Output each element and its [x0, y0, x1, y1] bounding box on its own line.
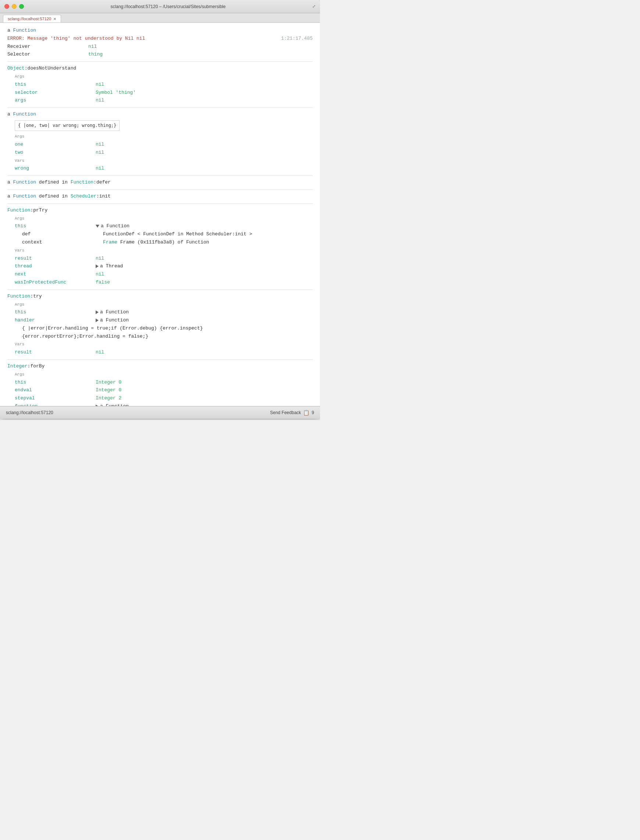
intro-a: a: [7, 27, 13, 33]
section6-args-label: Args: [7, 301, 313, 309]
arg-this-7: this: [15, 379, 96, 387]
section2-a: a: [7, 112, 13, 117]
intro-function: Function: [13, 27, 36, 33]
divider-4: [7, 189, 313, 190]
arg-endval: endval: [15, 387, 96, 394]
var-next: next: [15, 271, 96, 278]
section7-arg-function: function a Function: [7, 403, 313, 406]
close-button[interactable]: [5, 4, 9, 9]
section6-handler-value: a Function: [96, 317, 313, 324]
arg-selector-value: Symbol 'thing': [96, 89, 313, 97]
section2-header: a Function: [7, 111, 313, 118]
section6-code2: {error.reportError};Error.handling = fal…: [7, 333, 313, 341]
section5-var-wasinprotected: wasInProtectedFunc false: [7, 279, 313, 286]
triangle-right-thread: [96, 264, 99, 268]
section2-code: { |one, two| var wrong; wrong.thing;}: [7, 119, 313, 133]
section5-args-label: Args: [7, 215, 313, 222]
var-result-5: result: [15, 255, 96, 262]
expand-icon[interactable]: ⤢: [312, 4, 315, 9]
section4: a Function defined in Scheduler:init: [7, 193, 313, 200]
section2-arg-one: one nil: [7, 141, 313, 149]
section5-context-label: context: [22, 239, 103, 246]
section1-header: Object:doesNotUnderstand: [7, 65, 313, 72]
divider-7: [7, 359, 313, 360]
arg-one-value: nil: [96, 141, 313, 149]
divider-5: [7, 203, 313, 204]
arg-endval-value: Integer 0: [96, 387, 313, 394]
section4-a: a: [7, 194, 13, 199]
receiver-row: Receiver nil: [7, 43, 313, 51]
section6-method: :try: [30, 293, 42, 299]
feedback-count: 9: [312, 410, 314, 415]
vars-label-6: Vars: [15, 342, 24, 346]
section2-var-wrong: wrong nil: [7, 165, 313, 173]
divider-6: [7, 290, 313, 290]
section4-method: :init: [96, 194, 111, 199]
var-wrong-value: nil: [96, 165, 313, 173]
section3-class: Function: [70, 179, 93, 185]
section5-var-next: next nil: [7, 271, 313, 278]
section1-class: Object: [7, 66, 25, 71]
section2-function: Function: [13, 112, 36, 117]
window-title: sclang://localhost:57120 – /Users/crucia…: [24, 4, 312, 9]
code-text-1: { |one, two| var wrong; wrong.thing;}: [18, 123, 116, 128]
content-area: a Function ERROR: Message 'thing' not un…: [0, 23, 320, 406]
var-result-6: result: [15, 349, 96, 356]
triangle-down-1: [96, 225, 99, 228]
code-box-1: { |one, two| var wrong; wrong.thing;}: [15, 120, 120, 131]
active-tab[interactable]: sclang://localhost:57120 ✕: [3, 15, 61, 22]
section6-var-result: result nil: [7, 349, 313, 356]
section5-this-row: this a Function: [7, 222, 313, 230]
arg-two: two: [15, 149, 96, 157]
section5-header: Function:prTry: [7, 207, 313, 214]
section5-this-label: this: [15, 222, 96, 230]
intro-line: a Function: [7, 27, 313, 35]
section5-method: :prTry: [30, 207, 48, 213]
arg-this-1: this: [15, 81, 96, 89]
args-label-5: Args: [15, 216, 24, 221]
receiver-label: Receiver: [7, 43, 88, 51]
divider-2: [7, 107, 313, 108]
args-label-2: Args: [15, 134, 24, 139]
section5-vars-label: Vars: [7, 247, 313, 254]
code-line1: { |error|Error.handling = true;if (Error…: [22, 325, 203, 331]
section2-arg-two: two nil: [7, 149, 313, 157]
section3-a: a: [7, 179, 13, 185]
section6-this-row: this a Function: [7, 309, 313, 316]
section5-class: Function: [7, 207, 30, 213]
timestamp: 1:21:17.485: [281, 35, 313, 43]
triangle-right-handler: [96, 318, 99, 322]
var-next-value: nil: [96, 271, 313, 278]
section7-args-label: Args: [7, 371, 313, 378]
frame-text: Frame: [103, 239, 117, 245]
selector-label: Selector: [7, 51, 88, 59]
section6-class: Function: [7, 293, 30, 299]
send-feedback[interactable]: Send Feedback 📋 9: [270, 410, 314, 416]
section5-var-thread: thread a Thread: [7, 262, 313, 270]
selector-row: Selector thing: [7, 51, 313, 59]
divider-1: [7, 61, 313, 62]
status-url: sclang://localhost:57120: [6, 410, 53, 415]
section6-vars-label: Vars: [7, 341, 313, 348]
arg-this-7-value: Integer 0: [96, 379, 313, 387]
section4-function: Function: [13, 194, 36, 199]
triangle-right-func-7: [96, 405, 99, 406]
tab-bar: sclang://localhost:57120 ✕: [0, 13, 320, 23]
error-line: ERROR: Message 'thing' not understood by…: [7, 35, 313, 43]
selector-value: thing: [88, 51, 313, 59]
minimize-button[interactable]: [12, 4, 16, 9]
error-message: ERROR: Message 'thing' not understood by…: [7, 36, 145, 41]
tab-close-icon[interactable]: ✕: [53, 17, 56, 21]
section5-this-value: a Function: [96, 222, 313, 230]
feedback-label[interactable]: Send Feedback: [270, 410, 301, 415]
vars-label-2: Vars: [15, 158, 24, 163]
maximize-button[interactable]: [19, 4, 24, 9]
section5-def-label: def: [22, 230, 103, 238]
section6-handler-row: handler a Function: [7, 317, 313, 324]
section3-function: Function: [13, 179, 36, 185]
section6-this-label: this: [15, 309, 96, 316]
var-wasinprotected-value: false: [96, 279, 313, 286]
var-result-6-value: nil: [96, 349, 313, 356]
section2-args-label: Args: [7, 133, 313, 141]
arg-two-value: nil: [96, 149, 313, 157]
